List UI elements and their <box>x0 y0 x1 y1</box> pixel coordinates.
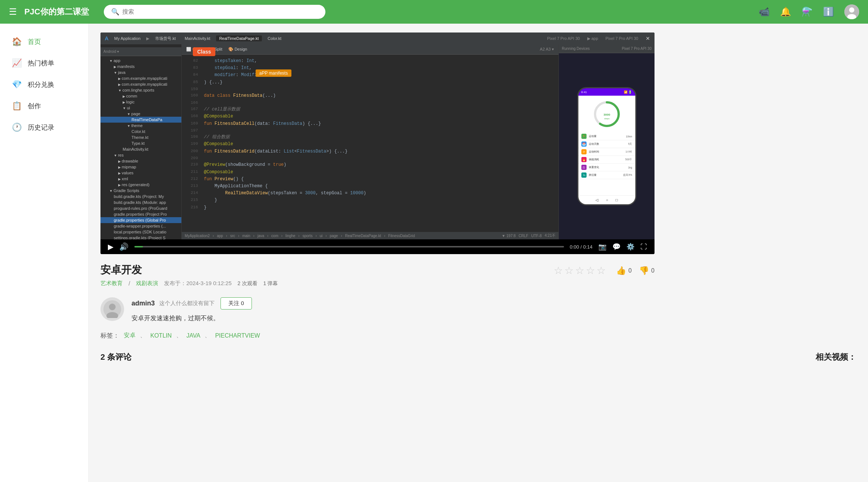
stat-row-weight: ⚖ 体重变化 1kg <box>578 164 635 171</box>
tree-item-theme[interactable]: theme <box>100 123 181 129</box>
stat-row-days: 📅 运动天数 5天 <box>578 140 635 148</box>
tree-item-page[interactable]: page <box>100 111 181 117</box>
sidebar-item-trending[interactable]: 📈 热门榜单 <box>0 52 88 74</box>
tree-item-local-props[interactable]: local.properties (SDK Locatio <box>100 229 181 235</box>
tree-item-ui[interactable]: ui <box>100 105 181 111</box>
info-icon[interactable]: ℹ️ <box>823 7 834 17</box>
tree-item-type-kt[interactable]: Type.kt <box>100 140 181 146</box>
stat-row-calories: 🔥 体能消耗 500千 <box>578 156 635 164</box>
search-input[interactable] <box>122 8 318 15</box>
dislike-button[interactable]: 👎 0 <box>639 266 655 276</box>
tree-item-logic[interactable]: logic <box>100 99 181 105</box>
tree-item-res-generated[interactable]: res (generated) <box>100 182 181 188</box>
video-screenshot: A My Application ▶ 市场货号.kt MainActivity.… <box>100 33 655 239</box>
author-comment-section: admin3 这个人什么都没有留下 关注 0 安卓开发速速抢购，过期不候。 标签… <box>100 297 655 340</box>
code-line-197: 197 <box>182 127 558 134</box>
search-icon: 🔍 <box>111 8 119 16</box>
related-videos-label: 相关视频： <box>816 352 856 363</box>
star-3[interactable]: ☆ <box>575 264 584 277</box>
screenshot-button[interactable]: 📷 <box>598 243 606 251</box>
play-button[interactable]: ▶ <box>108 242 113 251</box>
tag-drama[interactable]: 戏剧表演 <box>136 280 158 287</box>
phone-nav: ◁ ○ □ <box>578 195 635 204</box>
tree-item-java[interactable]: java <box>100 69 181 75</box>
code-line-216: 216 } <box>182 204 558 211</box>
tree-item-theme-kt[interactable]: Theme.kt <box>100 134 181 140</box>
tag-piechartview[interactable]: PIECHARTVIEW <box>215 332 260 339</box>
tag-art-education[interactable]: 艺术教育 <box>100 280 123 287</box>
status-bar: MyApplication2›app›src›main›java›com›lin… <box>182 232 558 239</box>
tree-item-proguard[interactable]: proguard-rules.pro (ProGuard <box>100 205 181 211</box>
code-line-160: 160 data class FitnessData(...) <box>182 92 558 99</box>
search-bar: 🔍 <box>104 5 325 19</box>
phone-back-btn[interactable]: ◁ <box>595 198 598 202</box>
tag-java[interactable]: JAVA <box>187 332 201 339</box>
tree-item-color-kt[interactable]: Color.kt <box>100 129 181 134</box>
tree-item-gradle-scripts[interactable]: Gradle Scripts <box>100 188 181 194</box>
star-2[interactable]: ☆ <box>564 264 574 277</box>
phone-home-btn[interactable]: ○ <box>606 198 608 202</box>
code-line-84: 84 modifier: Modifier = Modifier <box>182 72 558 79</box>
tree-item-manifests[interactable]: manifests <box>100 64 181 69</box>
video-camera-icon[interactable]: 📹 <box>759 7 770 17</box>
subtitle-button[interactable]: 💬 <box>612 243 621 251</box>
progress-bar[interactable] <box>134 246 564 247</box>
flask-icon[interactable]: ⚗️ <box>802 7 813 17</box>
sidebar-item-exchange[interactable]: 💎 积分兑换 <box>0 74 88 95</box>
tree-item-drawable[interactable]: drawable <box>100 158 181 164</box>
app-manifests-badge: aPP manifests <box>256 69 291 77</box>
ide-tab-my-application[interactable]: My Application <box>111 35 143 41</box>
tree-item-xml[interactable]: xml <box>100 176 181 182</box>
settings-button[interactable]: ⚙️ <box>626 243 635 251</box>
commenter-avatar <box>100 297 124 321</box>
star-5[interactable]: ☆ <box>597 264 606 277</box>
time-icon: ⏱ <box>581 149 587 154</box>
tree-item-gradle-global-props[interactable]: gradle.properties (Global Pro <box>100 217 181 223</box>
tree-item-gradle-wrapper[interactable]: gradle-wrapper.properties (... <box>100 223 181 229</box>
tree-item-comm[interactable]: comm <box>100 93 181 99</box>
comment-body: admin3 这个人什么都没有留下 关注 0 安卓开发速速抢购，过期不候。 <box>131 297 655 322</box>
volume-button[interactable]: 🔊 <box>119 242 129 251</box>
tree-item-app[interactable]: app <box>100 58 181 64</box>
like-button[interactable]: 👍 0 <box>616 266 632 276</box>
comment-text: 安卓开发速速抢购，过期不候。 <box>131 314 655 322</box>
ide-tab-color[interactable]: Color.kt <box>265 35 284 41</box>
notification-bell-icon[interactable]: 🔔 <box>780 7 791 17</box>
user-avatar[interactable] <box>844 4 859 19</box>
tree-item-com-example-1[interactable]: com.example.myapplicati <box>100 75 181 81</box>
tree-item-com-example-2[interactable]: com.example.myapplicati <box>100 81 181 87</box>
tree-item-com-linghe[interactable]: com.linghe.sports <box>100 87 181 93</box>
thumbs-down-icon: 👎 <box>639 266 649 276</box>
tags-row: 标签： 安卓 、 KOTLIN 、 JAVA 、 PIECHARTVIEW <box>100 331 655 340</box>
follow-button[interactable]: 关注 0 <box>221 297 252 310</box>
star-1[interactable]: ☆ <box>554 264 563 277</box>
ide-tab-realtime[interactable]: RealTimeDataPage.kt <box>216 35 262 41</box>
tree-item-gradle-project-props[interactable]: gradle.properties (Project Pro <box>100 211 181 217</box>
phone-recents-btn[interactable]: □ <box>616 198 618 202</box>
sidebar-item-home[interactable]: 🏠 首页 <box>0 31 88 52</box>
code-line-212: 212 fun Preview() { <box>182 176 558 183</box>
video-controls: ▶ 🔊 0:00 / 0:14 📷 💬 ⚙️ ⛶ <box>100 239 655 254</box>
sidebar-item-history[interactable]: 🕐 历史记录 <box>0 117 88 138</box>
code-line-214: 214 RealTimeDataView(stepsTaken = 3000, … <box>182 190 558 197</box>
lung-icon: 🌬 <box>581 172 587 178</box>
tree-item-res[interactable]: res <box>100 152 181 158</box>
tree-item-build-gradle-module[interactable]: build.gradle.kts (Module: app <box>100 199 181 205</box>
tag-android[interactable]: 安卓 <box>124 332 136 339</box>
comments-count: 2 条评论 <box>100 352 131 363</box>
ide-tab-main-activity[interactable]: MainActivity.kt <box>182 35 213 41</box>
tree-item-settings-gradle[interactable]: settings.gradle.kts (Project S <box>100 235 181 239</box>
menu-icon[interactable]: ☰ <box>9 7 17 17</box>
tree-item-build-gradle-project[interactable]: build.gradle.kts (Project: My <box>100 194 181 199</box>
design-tab[interactable]: 🎨 Design <box>228 47 247 52</box>
tree-item-mipmap[interactable]: mipmap <box>100 164 181 170</box>
sidebar-item-create[interactable]: 📋 创作 <box>0 95 88 117</box>
tree-item-realtime-file[interactable]: RealTimeDataPa <box>100 117 181 123</box>
tag-kotlin[interactable]: KOTLIN <box>150 332 172 339</box>
tree-item-values[interactable]: values <box>100 170 181 176</box>
ide-tab-market[interactable]: 市场货号.kt <box>152 35 179 42</box>
star-4[interactable]: ☆ <box>586 264 595 277</box>
tree-item-mainactivity[interactable]: MainActivity.kt <box>100 146 181 152</box>
fullscreen-button[interactable]: ⛶ <box>640 243 647 251</box>
code-line-169: 169 fun FitnessDataCell(data: FitnessDat… <box>182 120 558 127</box>
